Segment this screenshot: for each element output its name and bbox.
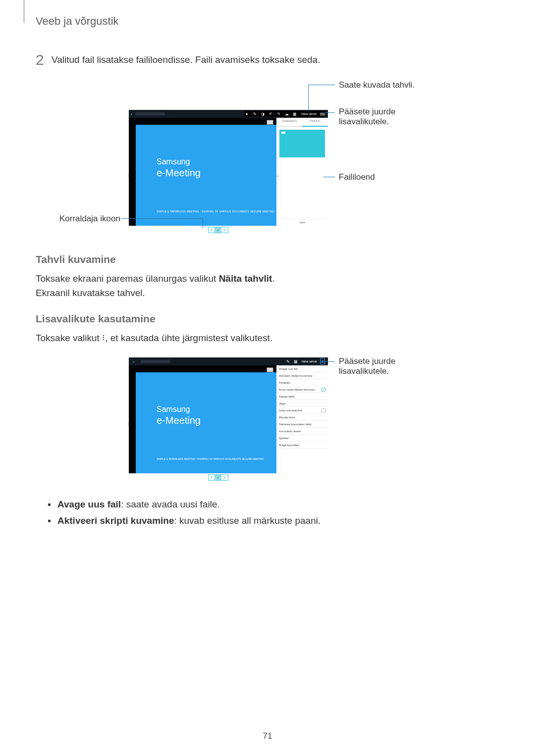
callout-whiteboard: Saate kuvada tahvli.: [339, 80, 415, 90]
step-text: Valitud fail lisatakse faililoendisse. F…: [52, 54, 320, 65]
menu-lock[interactable]: Lehe lukustamine: [276, 407, 328, 414]
menu-show-received[interactable]: Kuva vastuvõetud sõnumid✓: [276, 386, 328, 393]
chevron-right-icon[interactable]: ›: [277, 173, 278, 179]
step-number: 2: [36, 51, 44, 68]
page-number: 71: [263, 731, 272, 741]
add-button[interactable]: Lisa: [276, 219, 328, 226]
paragraph: Toksake ekraani paremas ülanurgas valiku…: [36, 271, 499, 286]
caption-text: SIMPLE & PAPERLESS MEETING / SHARING OF …: [157, 457, 264, 460]
brand-text: Samsung: [157, 157, 190, 166]
menu-send-files[interactable]: Saada failid: [276, 393, 328, 400]
more-icon[interactable]: [320, 358, 325, 364]
back-icon[interactable]: ‹: [133, 359, 134, 364]
menu-script[interactable]: Aktiveeri skripti kuvamine: [276, 372, 328, 379]
bullet-item: Avage uus fail: saate avada uusi faile.: [48, 496, 499, 512]
screenshot-emeeting-menu: ‹ ✎ ▦ Näita tahvlit Avage uus fail Aktiv…: [129, 357, 328, 481]
show-whiteboard-label[interactable]: Näita tahvlit: [300, 112, 318, 116]
screenshot-emeeting-files: ‹ ➤ ✎ ◑ ↶ ↷ ☁ ▦ Näita tahvlit Osalejad(1…: [129, 110, 328, 234]
show-whiteboard-label[interactable]: Näita tahvlit: [300, 359, 319, 363]
toolbar: ➤ ✎ ◑ ↶ ↷ ☁ ▦ Näita tahvlit: [244, 111, 325, 117]
sync-icon[interactable]: ☁: [284, 111, 290, 117]
menu-change-host[interactable]: Muuda hosti: [276, 414, 328, 421]
menu-share[interactable]: Jaga:: [276, 400, 328, 407]
page-nav[interactable]: ‹ ▪ ›: [208, 227, 228, 233]
file-thumbnail[interactable]: [279, 130, 325, 157]
heading-options: Lisavalikute kasutamine: [36, 313, 499, 325]
tab-participants[interactable]: Osalejad(1): [276, 118, 302, 127]
pointer-icon[interactable]: ➤: [244, 111, 250, 117]
nav-next-icon[interactable]: ›: [221, 227, 228, 233]
nav-prev-icon[interactable]: ‹: [209, 475, 215, 480]
brand-text: Samsung: [157, 405, 190, 414]
meeting-title: [135, 112, 165, 115]
checkbox-icon: [321, 408, 325, 412]
menu-open-new[interactable]: Avage uus fail: [276, 365, 328, 372]
menu-help[interactable]: Spikker: [276, 435, 328, 442]
bullet-item: Aktiveeri skripti kuvamine: kuvab esitlu…: [48, 512, 499, 529]
caption-text: SIMPLE & PAPERLESS MEETING / SHARING OF …: [157, 210, 274, 213]
more-icon[interactable]: [320, 112, 325, 116]
page-header: Veeb ja võrgustik: [36, 15, 119, 28]
file-list-panel: Lisa: [276, 127, 328, 226]
nav-thumb-icon[interactable]: ▪: [215, 475, 221, 480]
meeting-title: [141, 360, 170, 363]
chevron-icon[interactable]: ›: [128, 421, 129, 426]
nav-thumb-icon[interactable]: ▪: [215, 227, 221, 233]
eraser-icon[interactable]: ◑: [260, 111, 266, 117]
back-icon[interactable]: ‹: [131, 111, 132, 117]
menu-mailbox[interactable]: Kirjakast: [276, 379, 328, 386]
options-menu: Avage uus fail Aktiveeri skripti kuvamin…: [276, 365, 328, 473]
undo-icon[interactable]: ↶: [268, 111, 274, 117]
image-thumb-icon: [267, 120, 273, 125]
pen-icon[interactable]: ✎: [252, 111, 258, 117]
check-icon: ✓: [321, 388, 325, 392]
menu-info[interactable]: Koosoleku teave: [276, 428, 328, 435]
product-text: e-Meeting: [157, 415, 201, 426]
chevron-left-icon[interactable]: ›: [128, 173, 129, 179]
nav-next-icon[interactable]: ›: [221, 475, 228, 480]
redo-icon[interactable]: ↷: [276, 111, 282, 117]
paragraph: Ekraanil kuvatakse tahvel.: [36, 286, 499, 300]
heading-whiteboard: Tahvli kuvamine: [36, 253, 499, 265]
callout-options-2: Pääsete juurde lisavalikutele.: [339, 356, 428, 376]
page-nav[interactable]: ‹ ▪ ›: [208, 474, 228, 481]
pen-icon[interactable]: ✎: [285, 358, 291, 364]
paragraph: Toksake valikut , et kasutada ühte järgm…: [36, 331, 499, 345]
tab-files[interactable]: Failid(1): [302, 118, 328, 127]
product-text: e-Meeting: [157, 167, 201, 179]
callout-host: Korraldaja ikoon: [59, 214, 120, 224]
nav-prev-icon[interactable]: ‹: [209, 227, 215, 233]
menu-close[interactable]: Sulge koosolek: [276, 442, 328, 449]
more-icon: [102, 334, 105, 342]
bullet-list: Avage uus fail: saate avada uusi faile. …: [48, 496, 499, 529]
menu-save[interactable]: Salvesta koosoleku failid: [276, 421, 328, 428]
callout-filelist: Faililoend: [339, 172, 375, 182]
whiteboard-icon[interactable]: ▦: [293, 358, 299, 364]
image-thumb-icon: [267, 367, 273, 372]
whiteboard-icon[interactable]: ▦: [292, 111, 298, 117]
callout-options: Pääsete juurde lisavalikutele.: [339, 107, 428, 127]
